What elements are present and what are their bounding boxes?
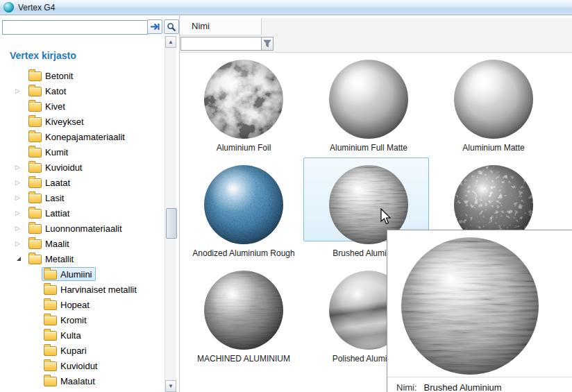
preview-sphere bbox=[401, 237, 539, 375]
sidebar-item-label: Harvinaiset metallit bbox=[60, 284, 137, 295]
library-tree: Vertex kirjasto Betonit ▷ Katot Kivet Ki… bbox=[0, 36, 165, 392]
sidebar-item-laatat[interactable]: ▷ Laatat bbox=[0, 175, 165, 190]
collapse-arrow-icon[interactable] bbox=[17, 257, 21, 261]
arrow-right-icon bbox=[150, 22, 160, 31]
sidebar-item-label: Laatat bbox=[45, 178, 70, 188]
material-tile-aluminium-matte[interactable]: Aluminium Matte bbox=[431, 54, 556, 158]
sidebar-item-kromit[interactable]: Kromit bbox=[0, 312, 165, 327]
material-sphere bbox=[454, 60, 533, 139]
sidebar-item-label: Kromit bbox=[60, 315, 87, 325]
material-tile-aluminium-full-matte[interactable]: Aluminium Full Matte bbox=[306, 54, 431, 158]
sidebar-item-maalatut[interactable]: Maalatut bbox=[0, 373, 165, 389]
sidebar-item-kulta[interactable]: Kulta bbox=[0, 327, 165, 343]
grid-filter-row bbox=[180, 35, 572, 53]
sidebar-item-label: Luonnonmateriaalit bbox=[45, 223, 122, 234]
preview-name-label: Nimi: bbox=[396, 382, 417, 392]
name-column-header[interactable]: Nimi bbox=[180, 18, 262, 35]
sidebar-item-alumiini[interactable]: Alumiini bbox=[0, 266, 165, 282]
sidebar-item-label: Hopeat bbox=[60, 300, 90, 310]
material-sphere bbox=[204, 165, 283, 244]
folder-icon bbox=[44, 377, 57, 386]
material-tile-machined-aluminium[interactable]: MACHINED ALUMINIUM bbox=[181, 265, 306, 369]
sidebar-item-kupari[interactable]: Kupari bbox=[0, 343, 165, 358]
window-title: Vertex G4 bbox=[18, 3, 55, 12]
sidebar-item-label: Alumiini bbox=[60, 269, 92, 280]
expand-arrow-icon[interactable]: ▷ bbox=[15, 210, 20, 216]
folder-icon bbox=[44, 346, 57, 356]
name-filter-input[interactable] bbox=[180, 37, 262, 51]
sidebar-item-metallit[interactable]: Metallit bbox=[0, 251, 165, 266]
folder-icon bbox=[44, 331, 57, 341]
sidebar-item-kiveykset[interactable]: Kiveykset bbox=[0, 114, 165, 129]
sidebar-item-label: Maalit bbox=[45, 239, 69, 249]
sidebar-item-label: Kulta bbox=[60, 330, 81, 341]
folder-icon bbox=[28, 102, 42, 112]
open-folder-icon bbox=[28, 255, 42, 264]
sidebar-item-kumit[interactable]: Kumit bbox=[0, 144, 165, 160]
filter-button[interactable] bbox=[261, 37, 274, 51]
sidebar-item-label: Kivet bbox=[45, 101, 65, 112]
app-icon bbox=[3, 2, 14, 12]
material-preview-tooltip: Nimi: Brushed Aluminium bbox=[387, 230, 572, 392]
sidebar-item-label: Kuvioidut bbox=[60, 361, 97, 371]
folder-icon bbox=[44, 285, 57, 295]
sidebar-item-luonnonmateriaalit[interactable]: ▷ Luonnonmateriaalit bbox=[0, 221, 165, 236]
preview-name-value: Brushed Aluminium bbox=[424, 382, 502, 392]
tree-scrollbar[interactable]: ▲ ▼ bbox=[165, 36, 176, 392]
expand-arrow-icon[interactable]: ▷ bbox=[15, 225, 20, 232]
folder-icon bbox=[28, 148, 42, 157]
folder-icon bbox=[28, 163, 42, 173]
sidebar-item-label: Maalatut bbox=[60, 376, 95, 386]
sidebar-item-betonit[interactable]: Betonit bbox=[0, 68, 165, 83]
sidebar-item-label: Betonit bbox=[45, 71, 73, 81]
expand-arrow-icon[interactable]: ▷ bbox=[15, 164, 20, 171]
preview-name-row: Nimi: Brushed Aluminium bbox=[387, 377, 572, 392]
search-input[interactable] bbox=[2, 20, 148, 35]
expand-arrow-icon[interactable]: ▷ bbox=[15, 195, 20, 201]
sidebar-item-label: Kupari bbox=[60, 346, 87, 356]
sidebar-item-kivet[interactable]: Kivet bbox=[0, 99, 165, 114]
expand-arrow-icon[interactable]: ▷ bbox=[15, 88, 20, 94]
material-name: Aluminium Matte bbox=[431, 143, 556, 153]
sidebar-item-konepajamateriaalit[interactable]: Konepajamateriaalit bbox=[0, 129, 165, 144]
folder-icon bbox=[28, 117, 42, 127]
sidebar-item-lasit[interactable]: ▷ Lasit bbox=[0, 190, 165, 205]
folder-icon bbox=[28, 178, 42, 188]
folder-icon bbox=[28, 71, 42, 81]
sidebar-item-label: Konepajamateriaalit bbox=[45, 132, 125, 142]
vertex-g4-window: Vertex G4 ▲ ▼ Vertex kirjasto Betonit ▷ bbox=[0, 0, 572, 392]
folder-icon bbox=[44, 270, 57, 280]
sidebar-item-label: Lattiat bbox=[45, 208, 69, 219]
sidebar-item-maalit[interactable]: ▷ Maalit bbox=[0, 236, 165, 251]
search-find-button[interactable] bbox=[164, 19, 179, 34]
expand-arrow-icon[interactable]: ▷ bbox=[15, 180, 20, 186]
material-tile-anodized-aluminium-rough[interactable]: Anodized Aluminium Rough bbox=[181, 160, 306, 264]
folder-icon bbox=[28, 209, 42, 219]
filter-funnel-icon bbox=[263, 40, 271, 48]
material-sphere bbox=[204, 271, 283, 350]
folder-icon bbox=[44, 316, 57, 325]
search-icon bbox=[167, 22, 176, 32]
material-tile-aluminium-foil[interactable]: Aluminium Foil bbox=[181, 54, 306, 158]
folder-icon bbox=[28, 239, 42, 249]
scroll-up-icon[interactable]: ▲ bbox=[165, 36, 176, 48]
scroll-down-icon[interactable]: ▼ bbox=[165, 380, 176, 392]
material-name: Anodized Aluminium Rough bbox=[181, 248, 306, 258]
sidebar-item-kuvioidut[interactable]: ▷ Kuvioidut bbox=[0, 160, 165, 175]
folder-icon bbox=[44, 300, 57, 310]
search-go-button[interactable] bbox=[147, 19, 162, 34]
title-bar[interactable]: Vertex G4 bbox=[0, 0, 572, 15]
sidebar-item-kuvioidut-metallit[interactable]: Kuvioidut bbox=[0, 358, 165, 373]
expand-arrow-icon[interactable]: ▷ bbox=[15, 241, 20, 247]
folder-icon bbox=[28, 133, 42, 142]
sidebar-item-katot[interactable]: ▷ Katot bbox=[0, 83, 165, 99]
sidebar-item-lattiat[interactable]: ▷ Lattiat bbox=[0, 205, 165, 221]
tree-title: Vertex kirjasto bbox=[10, 50, 165, 61]
scrollbar-thumb[interactable] bbox=[166, 208, 177, 239]
grid-header-row: Nimi bbox=[180, 18, 572, 35]
material-name: MACHINED ALUMINIUM bbox=[181, 354, 306, 364]
sidebar-item-harvinaiset-metallit[interactable]: Harvinaiset metallit bbox=[0, 282, 165, 297]
folder-icon bbox=[28, 194, 42, 203]
sidebar-item-hopeat[interactable]: Hopeat bbox=[0, 297, 165, 312]
material-name: Aluminium Full Matte bbox=[306, 143, 431, 153]
